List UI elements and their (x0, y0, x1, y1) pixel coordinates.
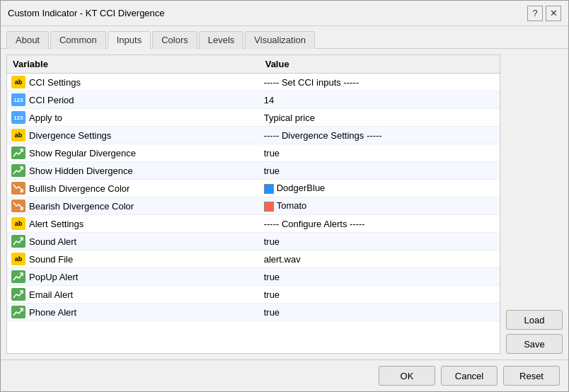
chart-down-icon (11, 200, 25, 212)
variable-cell: abSound File (7, 250, 260, 268)
dialog: Custom Indicator - KT CCI Divergence ? ✕… (0, 0, 569, 392)
table-row[interactable]: Show Regular Divergencetrue (7, 144, 500, 162)
value-cell: 14 (260, 91, 500, 109)
inputs-table: Variable Value abCCI Settings----- Set C… (7, 55, 500, 321)
chart-down-icon (11, 182, 25, 195)
table-row[interactable]: PopUp Alerttrue (7, 268, 500, 286)
chart-up-icon (11, 306, 25, 318)
value-cell: true (260, 233, 500, 250)
table-row[interactable]: 123Apply toTypical price (7, 109, 500, 127)
save-button[interactable]: Save (506, 334, 563, 354)
ab-icon: ab (11, 129, 25, 142)
value-cell: true (260, 162, 500, 180)
color-label: Tomato (277, 200, 307, 211)
variable-label: Show Hidden Divergence (29, 166, 133, 176)
tab-bar: About Common Inputs Colors Levels Visual… (1, 26, 568, 49)
tab-about[interactable]: About (6, 31, 49, 49)
variable-cell: Sound Alert (7, 233, 260, 250)
variable-cell: 123CCI Period (7, 91, 260, 109)
chart-up-icon (11, 270, 25, 283)
right-buttons: Load Save (506, 54, 563, 354)
variable-cell: 123Apply to (7, 109, 260, 127)
numeric-icon: 123 (11, 111, 25, 124)
ab-icon: ab (11, 253, 25, 265)
table-row[interactable]: 123CCI Period14 (7, 91, 500, 109)
ab-icon: ab (11, 217, 25, 230)
variable-cell: abAlert Settings (7, 215, 260, 233)
variable-label: Alert Settings (29, 219, 84, 229)
bottom-bar: OK Cancel Reset (1, 359, 568, 391)
variable-label: CCI Period (29, 95, 74, 105)
tab-colors[interactable]: Colors (152, 31, 197, 49)
value-cell: true (260, 144, 500, 162)
chart-up-icon (11, 235, 25, 248)
variable-cell: Show Hidden Divergence (7, 162, 260, 180)
dialog-title: Custom Indicator - KT CCI Divergence (8, 8, 165, 18)
chart-up-icon (11, 164, 25, 177)
variable-cell: Phone Alert (7, 304, 260, 321)
content-area: Variable Value abCCI Settings----- Set C… (1, 49, 568, 359)
color-swatch (264, 202, 274, 212)
value-cell: Typical price (260, 109, 500, 127)
value-cell: true (260, 304, 500, 321)
tab-inputs[interactable]: Inputs (108, 31, 151, 49)
value-cell: ----- Configure Alerts ----- (260, 215, 500, 233)
variable-cell: Show Regular Divergence (7, 144, 260, 162)
ok-button[interactable]: OK (379, 366, 435, 386)
value-cell: DodgerBlue (260, 180, 500, 197)
variable-label: Bearish Divergence Color (29, 201, 134, 212)
table-row[interactable]: abDivergence Settings----- Divergence Se… (7, 127, 500, 144)
table-row[interactable]: Bearish Divergence ColorTomato (7, 197, 500, 215)
table-row[interactable]: Phone Alerttrue (7, 304, 500, 321)
title-buttons: ? ✕ (527, 6, 561, 21)
value-cell: true (260, 286, 500, 304)
table-row[interactable]: Show Hidden Divergencetrue (7, 162, 500, 180)
color-swatch (264, 184, 274, 194)
title-bar: Custom Indicator - KT CCI Divergence ? ✕ (1, 1, 568, 26)
color-label: DodgerBlue (277, 183, 326, 193)
variable-label: Sound Alert (29, 236, 76, 247)
variable-label: Phone Alert (29, 307, 76, 318)
col-value: Value (260, 55, 500, 74)
variable-label: Sound File (29, 254, 73, 265)
cancel-button[interactable]: Cancel (441, 366, 498, 386)
chart-up-icon (11, 146, 25, 159)
value-cell: Tomato (260, 197, 500, 215)
close-button[interactable]: ✕ (546, 6, 561, 21)
inputs-table-wrapper[interactable]: Variable Value abCCI Settings----- Set C… (6, 54, 500, 354)
table-row[interactable]: Email Alerttrue (7, 286, 500, 304)
variable-label: Bullish Divergence Color (29, 183, 130, 194)
table-row[interactable]: abSound Filealert.wav (7, 250, 500, 268)
chart-up-icon (11, 288, 25, 301)
ab-icon: ab (11, 76, 25, 88)
table-row[interactable]: Sound Alerttrue (7, 233, 500, 250)
reset-button[interactable]: Reset (503, 366, 560, 386)
tab-levels[interactable]: Levels (199, 31, 244, 49)
help-button[interactable]: ? (527, 6, 543, 21)
variable-cell: abDivergence Settings (7, 127, 260, 144)
variable-label: Apply to (29, 113, 62, 123)
table-row[interactable]: Bullish Divergence ColorDodgerBlue (7, 180, 500, 197)
value-cell: ----- Set CCI inputs ----- (260, 74, 500, 91)
variable-label: PopUp Alert (29, 272, 78, 282)
col-variable: Variable (7, 55, 260, 74)
variable-cell: Bullish Divergence Color (7, 180, 260, 197)
load-button[interactable]: Load (506, 310, 563, 330)
variable-cell: Bearish Divergence Color (7, 197, 260, 215)
table-row[interactable]: abAlert Settings----- Configure Alerts -… (7, 215, 500, 233)
table-row[interactable]: abCCI Settings----- Set CCI inputs ----- (7, 74, 500, 91)
variable-label: Email Alert (29, 289, 73, 300)
variable-label: CCI Settings (29, 77, 81, 88)
value-cell: true (260, 268, 500, 286)
variable-label: Divergence Settings (29, 130, 111, 141)
tab-common[interactable]: Common (50, 31, 106, 49)
variable-cell: Email Alert (7, 286, 260, 304)
value-cell: ----- Divergence Settings ----- (260, 127, 500, 144)
value-cell: alert.wav (260, 250, 500, 268)
variable-cell: abCCI Settings (7, 74, 260, 91)
tab-visualization[interactable]: Visualization (245, 31, 315, 49)
variable-label: Show Regular Divergence (29, 148, 136, 158)
variable-cell: PopUp Alert (7, 268, 260, 286)
numeric-icon: 123 (11, 93, 25, 106)
